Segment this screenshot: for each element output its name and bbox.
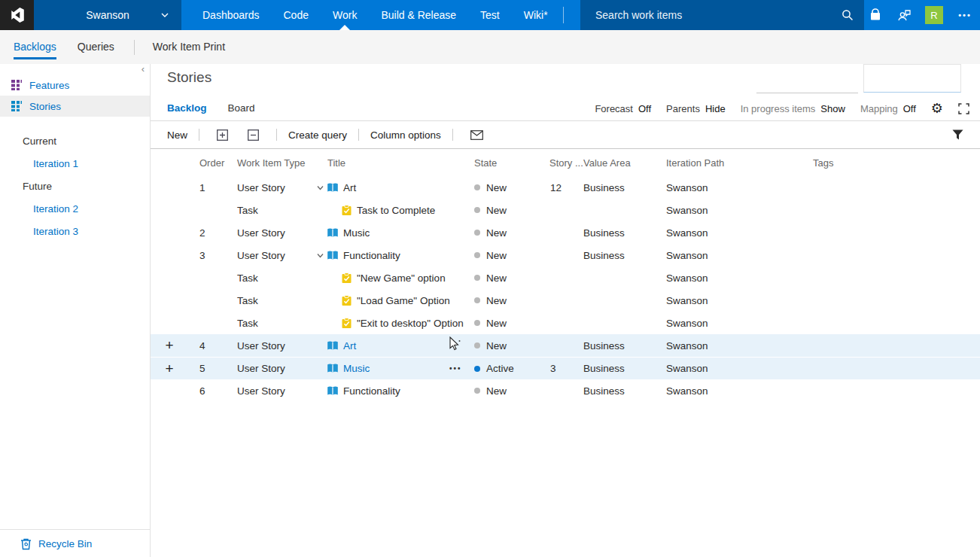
recycle-bin-item[interactable]: Recycle Bin	[0, 529, 150, 557]
tab-queries[interactable]: Queries	[78, 30, 114, 64]
project-selector[interactable]: Swanson	[34, 0, 181, 30]
cell-iteration-path: Swanson	[666, 205, 813, 216]
column-header-order[interactable]: Order	[188, 157, 237, 169]
tab-backlog-view[interactable]: Backlog	[167, 102, 207, 114]
collapse-all-icon[interactable]	[248, 129, 259, 141]
add-child-button[interactable]: +	[151, 338, 188, 353]
add-child-button[interactable]: +	[151, 361, 188, 376]
table-row[interactable]: Task "Load Game" Option	[151, 289, 980, 312]
cell-work-item-type: User Story	[237, 385, 316, 397]
chart-placeholder[interactable]	[863, 64, 961, 93]
expand-chevron-icon[interactable]	[316, 251, 327, 260]
in-progress-items-toggle[interactable]: In progress itemsShow	[741, 103, 845, 114]
column-header-state[interactable]: State	[474, 157, 546, 169]
cell-state: Active	[474, 363, 546, 374]
marketplace-bag-icon[interactable]	[861, 8, 890, 22]
column-header-value-area[interactable]: Value Area	[583, 157, 666, 169]
settings-gear-icon[interactable]: ⚙	[931, 102, 943, 114]
table-row[interactable]: 1 User Story Art	[151, 176, 980, 199]
work-item-title[interactable]: "Exit to desktop" Option	[357, 318, 464, 329]
iteration-group-current[interactable]: Current	[0, 130, 150, 153]
vsts-logo[interactable]	[0, 0, 34, 30]
tab-work-item-print[interactable]: Work Item Print	[153, 30, 225, 64]
parents-toggle[interactable]: ParentsHide	[666, 103, 726, 114]
page-title: Stories	[167, 69, 212, 86]
work-item-title[interactable]: Functionality	[343, 250, 400, 261]
cell-state: New	[474, 205, 546, 216]
chart-placeholder[interactable]	[756, 64, 858, 93]
filter-icon[interactable]	[952, 129, 963, 140]
context-menu-ellipsis-icon[interactable]: •••	[449, 365, 462, 373]
chevron-down-icon	[160, 11, 169, 20]
nav-item-work[interactable]: Work	[321, 0, 369, 30]
cell-title: "Load Game" Option	[316, 295, 474, 306]
nav-item-code[interactable]: Code	[272, 0, 321, 30]
work-item-title[interactable]: "New Game" option	[357, 272, 446, 284]
vsts-logo-icon	[9, 7, 26, 23]
search-input[interactable]: Search work items	[595, 9, 842, 21]
state-dot-icon	[474, 320, 480, 326]
expand-chevron-icon[interactable]	[316, 184, 327, 192]
work-item-title[interactable]: Task to Complete	[357, 205, 435, 216]
table-row[interactable]: 2 User Story Music	[151, 221, 980, 244]
iteration-link-3[interactable]: Iteration 3	[0, 221, 150, 243]
column-header-iteration-path[interactable]: Iteration Path	[666, 157, 813, 169]
column-header-story-points[interactable]: Story ...	[546, 157, 583, 169]
iteration-group-future[interactable]: Future	[0, 175, 150, 198]
tab-board-view[interactable]: Board	[228, 102, 255, 114]
nav-item-build-release[interactable]: Build & Release	[369, 0, 468, 30]
state-label: New	[486, 385, 507, 397]
nav-divider	[563, 7, 564, 23]
cell-iteration-path: Swanson	[666, 182, 813, 193]
cell-state: New	[474, 385, 546, 397]
work-item-title[interactable]: Music	[343, 363, 370, 374]
create-query-button[interactable]: Create query	[288, 129, 347, 141]
work-item-title[interactable]: Art	[343, 340, 356, 352]
sidebar-item-features[interactable]: Features	[0, 75, 150, 96]
iteration-link-1[interactable]: Iteration 1	[0, 153, 150, 175]
cell-state: New	[474, 340, 546, 352]
cell-state: New	[474, 250, 546, 261]
table-row[interactable]: Task "New Game" option	[151, 266, 980, 289]
iteration-link-2[interactable]: Iteration 2	[0, 198, 150, 221]
new-button[interactable]: New	[167, 129, 187, 141]
column-options-button[interactable]: Column options	[370, 129, 441, 141]
user-avatar[interactable]: R	[925, 6, 943, 24]
work-item-title[interactable]: Functionality	[343, 385, 400, 397]
user-story-icon	[327, 227, 339, 239]
column-header-title[interactable]: Title	[316, 157, 474, 169]
tab-backlogs[interactable]: Backlogs	[14, 30, 56, 64]
email-icon[interactable]	[470, 130, 483, 140]
cell-work-item-type: User Story	[237, 182, 316, 193]
table-row[interactable]: 3 User Story Functionality	[151, 244, 980, 266]
top-right-icons: R •••	[861, 0, 980, 30]
expand-all-icon[interactable]	[217, 129, 228, 141]
table-row[interactable]: 6 User Story Functionality	[151, 379, 980, 402]
work-item-title[interactable]: "Load Game" Option	[357, 295, 450, 306]
table-row[interactable]: Task "Exit to desktop" Option	[151, 312, 980, 334]
cell-order: 1	[188, 182, 237, 193]
table-row[interactable]: + 5 User Story Music	[151, 357, 980, 379]
more-actions-ellipsis-icon[interactable]: •••	[950, 11, 980, 20]
forecast-toggle[interactable]: ForecastOff	[595, 103, 651, 114]
collapse-sidebar-icon[interactable]: ‹	[142, 64, 145, 75]
nav-item-dashboards[interactable]: Dashboards	[190, 0, 272, 30]
column-header-tags[interactable]: Tags	[813, 157, 980, 169]
nav-item-test[interactable]: Test	[468, 0, 512, 30]
feedback-icon[interactable]	[890, 8, 918, 22]
mapping-toggle[interactable]: MappingOff	[860, 103, 916, 114]
column-header-work-item-type[interactable]: Work Item Type	[237, 157, 316, 169]
fullscreen-icon[interactable]	[958, 103, 969, 114]
work-item-title[interactable]: Music	[343, 227, 370, 239]
cell-iteration-path: Swanson	[666, 363, 813, 374]
cell-order: 5	[188, 363, 237, 374]
sidebar-item-label: Stories	[29, 101, 61, 112]
table-row[interactable]: Task Task to Complete	[151, 199, 980, 221]
toolbar-divider	[199, 129, 199, 141]
work-item-title[interactable]: Art	[343, 182, 356, 193]
search-work-items-box[interactable]: Search work items	[580, 0, 864, 30]
table-row[interactable]: + 4 User Story Art	[151, 334, 980, 357]
nav-item-wiki[interactable]: Wiki*	[512, 0, 560, 30]
search-icon[interactable]	[842, 9, 854, 21]
sidebar-item-stories[interactable]: Stories	[0, 96, 150, 117]
